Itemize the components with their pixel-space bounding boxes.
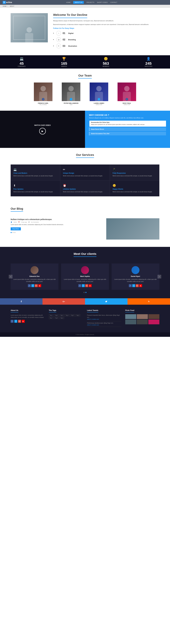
client-yt-1[interactable]: ▶ — [38, 284, 41, 287]
service-desc-happy: Morbi viverra lacus commodo felis semper… — [112, 191, 156, 193]
twitter-icon-3[interactable]: t — [98, 98, 100, 100]
accordion-content-1: Naque porro quisquam est, qui dolorem ip… — [91, 124, 164, 126]
blog-post-title: Nullam tristique est a elementum pellent… — [10, 218, 102, 220]
head-4 — [124, 86, 130, 91]
client-fb-3[interactable]: f — [129, 284, 132, 287]
social-bar-rss[interactable] — [128, 298, 170, 305]
client-gp-3[interactable]: G+ — [136, 284, 139, 287]
flickr-thumb-4[interactable] — [125, 320, 136, 324]
nav-about[interactable]: ABOUT US — [73, 1, 84, 4]
about-features: • ○ 01 Digital • ◎ 02 Branding • ✏ 03 Il… — [53, 31, 160, 48]
nav-projects[interactable]: PROJECTS — [86, 2, 94, 3]
client-fb-1[interactable]: f — [28, 284, 31, 287]
team-role-2: CEO — [59, 104, 83, 105]
tag-5[interactable]: Tag 5 — [70, 314, 75, 316]
client-tw-3[interactable]: t — [132, 284, 135, 287]
footer-tweet-time-1: ABOUT 13 MINS AGO — [87, 318, 99, 320]
social-bar-facebook[interactable] — [0, 298, 42, 305]
client-mark: Mark Sophia Lorem ipsum dolor sit amet, … — [61, 264, 109, 290]
tag-8[interactable]: Tag 8 — [54, 317, 59, 319]
feature-illustration: • ✏ 03 Illustration — [53, 44, 160, 48]
client-gp-1[interactable]: G+ — [35, 284, 38, 287]
accordion-item-1[interactable]: Assumendus Est Cliche Quia Naque porro q… — [89, 121, 166, 126]
stat-label-companies: Companies — [18, 66, 26, 67]
navbar: D ecline HOME ABOUT US PROJECTS SHORT CO… — [0, 0, 170, 5]
footer-tweet-time-2: ABOUT 15 MINS AGO — [87, 324, 99, 326]
footer-gp-icon[interactable]: G+ — [18, 320, 21, 323]
twitter-icon-2[interactable]: t — [70, 98, 72, 100]
social-bar-googleplus[interactable]: G+ — [42, 298, 85, 305]
carousel-prev[interactable]: ‹ — [9, 275, 12, 278]
nav-home[interactable]: HOME — [66, 2, 70, 3]
footer-tags: Tag 1 Tag 2 Tag 3 Tag 4 Tag 5 Tag 6 Tag … — [49, 314, 83, 319]
accordion-item-2[interactable]: Itaque Earum Rerum — [89, 128, 166, 131]
flickr-thumb-3[interactable] — [148, 314, 160, 319]
blog-dot-3[interactable] — [14, 232, 16, 233]
footer-yt-icon[interactable]: ▶ — [22, 320, 25, 323]
client-fb-2[interactable]: f — [78, 284, 81, 287]
accordion-item-3[interactable]: Autem Accusamus Terry Sed — [89, 132, 166, 136]
tag-6[interactable]: Tag 6 — [76, 314, 80, 316]
footer-about-col: About Us Lorem ipsum dolor sit amet, con… — [10, 309, 45, 328]
tag-7[interactable]: Tag 7 — [49, 317, 54, 319]
clients-dot-2[interactable] — [86, 292, 86, 293]
service-title-clean: Clean and Modern — [14, 172, 58, 174]
facebook-icon-4[interactable]: f — [126, 98, 128, 100]
about-image — [10, 13, 48, 42]
client-tw-1[interactable]: t — [31, 284, 34, 287]
feature-icon-digital: ○ — [56, 31, 61, 36]
client-name-2: Mark Sophia — [63, 276, 107, 277]
footer-tweet-text-1: Praesent imperdiet diam lacus, ullamcorp… — [87, 314, 121, 318]
service-title-unique: Unique Design — [63, 172, 107, 174]
breadcrumb-home[interactable]: HOME — [3, 6, 7, 7]
team-role-4: DIRECTOR — [115, 104, 139, 105]
stat-icon-investors: 👤 — [145, 57, 152, 60]
site-logo[interactable]: D ecline — [3, 1, 12, 4]
blog-dot-1[interactable] — [10, 232, 12, 233]
tag-3[interactable]: Tag 3 — [60, 314, 64, 316]
service-icon-unique: ✏ — [63, 168, 107, 171]
tag-4[interactable]: Tag 4 — [65, 314, 70, 316]
clients-dot-1[interactable] — [84, 292, 84, 293]
social-bar-twitter[interactable] — [85, 298, 128, 305]
footer-tags-title: The Tags — [49, 309, 56, 312]
client-yt-2[interactable]: ▶ — [89, 284, 92, 287]
flickr-thumb-1[interactable] — [125, 314, 136, 319]
client-gp-2[interactable]: G+ — [85, 284, 88, 287]
footer-tw-icon[interactable]: t — [14, 320, 17, 323]
why-subtitle: Neneum aliquam aex, et in lattina. Aliqu… — [89, 117, 166, 119]
tag-1[interactable]: Tag 1 — [49, 314, 54, 316]
tag-2[interactable]: Tag 2 — [54, 314, 59, 316]
read-more-button[interactable]: Read More — [10, 227, 21, 230]
service-icon-clean: 💻 — [14, 168, 58, 171]
flickr-thumb-5[interactable] — [137, 320, 148, 324]
blog-dot-2[interactable] — [12, 232, 14, 233]
client-daniel: Daniel Nyari Lorem ipsum dolor sit amet,… — [112, 264, 160, 290]
accordion-title-1: Assumendus Est Cliche Quia — [91, 122, 164, 123]
clients-title: Meet Our clients — [74, 252, 96, 257]
nav-contact[interactable]: CONTACT — [110, 2, 117, 3]
service-desc-clean: Morbi viverra lacus commodo felis semper… — [14, 175, 58, 177]
nav-shortcodes[interactable]: SHORT CODES — [97, 2, 108, 3]
video-label: WATCH OUR VIDEO — [34, 124, 50, 126]
stat-members: 😊 563 Members — [102, 57, 109, 67]
service-icon-lifetime: ⏰ — [63, 184, 107, 187]
team-photo-3: t — [90, 82, 108, 101]
head-2 — [68, 86, 74, 91]
play-button[interactable]: ▶ — [39, 128, 46, 134]
team-photo-4: f — [118, 82, 136, 101]
flickr-thumb-6[interactable] — [148, 320, 160, 324]
bullet-3: • — [53, 45, 54, 47]
team-member-4: f ROSY PAUL DIRECTOR — [115, 82, 139, 105]
footer-fb-icon[interactable]: f — [10, 320, 14, 323]
client-yt-3[interactable]: ▶ — [139, 284, 142, 287]
facebook-icon-1[interactable]: f — [42, 98, 44, 100]
client-socials-1: f t G+ ▶ — [12, 284, 56, 287]
team-social-3: t — [98, 98, 100, 100]
blog-excerpt: Lorem ipsum dolor sit amet, consectetur … — [10, 224, 102, 226]
flickr-thumb-2[interactable] — [137, 314, 148, 319]
team-social-4: f — [126, 98, 128, 100]
carousel-next[interactable]: › — [158, 275, 161, 278]
client-tw-2[interactable]: t — [82, 284, 85, 287]
tag-9[interactable]: Tag 9 — [60, 317, 64, 319]
